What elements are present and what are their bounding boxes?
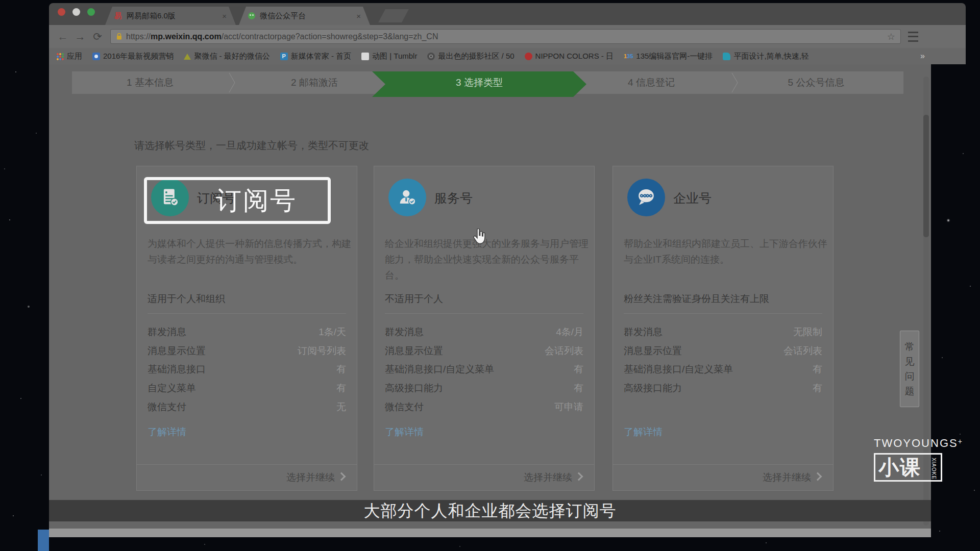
- bookmark-xinmeiti[interactable]: P新媒体管家 - 首页: [280, 52, 351, 61]
- step-separator-icon: [228, 71, 236, 94]
- photo-community-favicon-icon: [427, 53, 435, 60]
- choose-and-continue-button[interactable]: 选择并继续: [374, 464, 594, 490]
- url-domain: mp.weixin.qq.com: [151, 32, 222, 41]
- feature-label: 基础消息接口/自定义菜单: [385, 363, 494, 376]
- faq-tab-label: 常见问题: [904, 339, 915, 398]
- zoom-window-button[interactable]: [87, 8, 95, 16]
- feature-label: 群发消息: [148, 325, 186, 339]
- bookmark-label: 135编辑器官网-一键排: [636, 52, 713, 61]
- close-window-button[interactable]: [58, 8, 65, 16]
- card-title: 企业号: [673, 190, 712, 207]
- channel-watermark: TWOYOUNGS+ 小课 XIAOKE: [874, 437, 961, 482]
- feature-label: 高级接口能力: [624, 382, 682, 395]
- hand-cursor-icon: [472, 229, 486, 245]
- netease-favicon-icon: 易: [114, 11, 122, 21]
- registration-step-bar: 1 基本信息 2 邮箱激活 4 信息登记 5 公众号信息 3 选择类型: [72, 71, 903, 94]
- chevron-right-icon: [814, 472, 822, 481]
- continue-label: 选择并继续: [763, 472, 811, 483]
- choose-and-continue-button[interactable]: 选择并继续: [137, 464, 357, 490]
- feature-label: 群发消息: [385, 325, 424, 339]
- feature-value: 有: [336, 382, 346, 395]
- choose-and-continue-button[interactable]: 选择并继续: [613, 464, 833, 490]
- feature-row: 消息显示位置会话列表: [624, 342, 822, 361]
- learn-more-link[interactable]: 了解详情: [624, 425, 663, 439]
- feature-label: 消息显示位置: [624, 344, 682, 358]
- tab-close-icon[interactable]: ×: [222, 12, 227, 20]
- step-separator-icon: [731, 71, 739, 94]
- card-enterprise-account[interactable]: 企业号 帮助企业和组织内部建立员工、上下游合作伙伴与企业IT系统间的连接。 粉丝…: [612, 166, 834, 491]
- feature-row: 消息显示位置订阅号列表: [148, 342, 346, 361]
- feature-label: 消息显示位置: [385, 344, 443, 358]
- learn-more-link[interactable]: 了解详情: [385, 425, 424, 439]
- bookmark-135-editor[interactable]: 135135编辑器官网-一键排: [624, 52, 713, 61]
- refresh-button[interactable]: ⟳: [89, 31, 106, 43]
- card-service-account[interactable]: 服务号 给企业和组织提供更强大的业务服务与用户管理能力，帮助企业快速实现全新的公…: [374, 166, 595, 491]
- feature-value: 会话列表: [783, 344, 822, 358]
- feature-value: 订阅号列表: [298, 344, 346, 358]
- page-favicon-icon: [361, 53, 369, 60]
- wechat-favicon-icon: [248, 12, 255, 19]
- bookmark-label: 平面设计,简单,快速,轻: [733, 52, 809, 61]
- feature-value: 有: [574, 382, 583, 395]
- card-description: 为媒体和个人提供一种新的信息传播方式，构建与读者之间更好的沟通与管理模式。: [148, 236, 352, 267]
- card-suitability-note: 不适用于个人: [385, 292, 443, 306]
- card-suitability-note: 粉丝关注需验证身份且关注有上限: [624, 292, 769, 306]
- learn-more-link[interactable]: 了解详情: [148, 425, 186, 439]
- tab-close-icon[interactable]: ×: [356, 12, 361, 20]
- tab-netease-mail[interactable]: 易 网易邮箱6.0版 ×: [105, 7, 236, 25]
- bookmark-label: 聚微信 - 最好的微信公: [194, 52, 270, 61]
- bookmark-photo-community[interactable]: 最出色的摄影社区 / 50: [427, 52, 514, 61]
- feature-row: 微信支付无: [148, 397, 346, 416]
- video-overlay-zoom-text: 订阅号: [216, 184, 297, 218]
- page-scrollbar-thumb[interactable]: [923, 115, 929, 237]
- bookmark-graphic-design[interactable]: 平面设计,简单,快速,轻: [723, 52, 809, 61]
- feature-value: 有: [813, 363, 822, 376]
- feature-row: 基础消息接口有: [148, 360, 346, 379]
- faq-side-tab[interactable]: 常见问题: [900, 331, 919, 407]
- feature-value: 会话列表: [545, 344, 583, 358]
- new-tab-button[interactable]: [378, 9, 409, 22]
- divider: [385, 313, 583, 314]
- browser-menu-icon[interactable]: [908, 32, 918, 42]
- feature-row: 高级接口能力有: [624, 379, 822, 398]
- card-suitability-note: 适用于个人和组织: [148, 292, 225, 306]
- feature-value: 有: [574, 363, 583, 376]
- bookmark-nippon-colors[interactable]: NIPPON COLORS - 日: [525, 52, 614, 61]
- bookmark-apps[interactable]: 应用: [56, 52, 82, 61]
- feature-row: 消息显示位置会话列表: [385, 342, 583, 361]
- nippon-colors-favicon-icon: [525, 53, 532, 60]
- tab-title: 网易邮箱6.0版: [127, 11, 176, 21]
- feature-value: 4条/月: [556, 325, 583, 339]
- bookmark-tumblr[interactable]: 动图 | Tumblr: [361, 52, 417, 61]
- step-4-info-registration: 4 信息登记: [628, 71, 675, 94]
- feature-row: 高级接口能力有: [385, 379, 583, 398]
- video-marketing-favicon-icon: [92, 53, 100, 60]
- bookmarks-overflow-chevron-icon[interactable]: »: [920, 52, 925, 61]
- feature-value: 无: [336, 400, 346, 414]
- page-viewport: 1 基本信息 2 邮箱激活 4 信息登记 5 公众号信息 3 选择类型 请选择帐…: [49, 64, 931, 537]
- watermark-logo-text: 小课: [875, 456, 921, 479]
- bookmark-star-icon[interactable]: ☆: [887, 31, 895, 42]
- feature-table: 群发消息1条/天 消息显示位置订阅号列表 基础消息接口有 自定义菜单有 微信支付…: [148, 323, 346, 416]
- chevron-right-icon: [337, 472, 346, 481]
- https-lock-icon: [116, 33, 122, 40]
- tab-wechat-mp[interactable]: 微信公众平台 ×: [239, 7, 370, 25]
- bookmark-label: 2016年最新视频营销: [103, 52, 174, 61]
- continue-label: 选择并继续: [286, 472, 335, 483]
- card-subscription-account[interactable]: 订阅号 订阅号 为媒体和个人提供一种新的信息传播方式，构建与读者之间更好的沟通与…: [136, 166, 357, 491]
- browser-toolbar: ← → ⟳ https://mp.weixin.qq.com/acct/cont…: [49, 25, 966, 48]
- page-intro-text: 请选择帐号类型，一旦成功建立帐号，类型不可更改: [134, 139, 369, 153]
- bookmark-juweixin[interactable]: 聚微信 - 最好的微信公: [184, 52, 270, 61]
- card-title: 服务号: [434, 190, 473, 207]
- watermark-plus-sign: +: [958, 437, 962, 445]
- bookmark-label: NIPPON COLORS - 日: [535, 52, 614, 61]
- address-bar[interactable]: https://mp.weixin.qq.com/acct/contractor…: [110, 29, 901, 44]
- tab-strip: 易 网易邮箱6.0版 × 微信公众平台 ×: [49, 3, 966, 25]
- back-button[interactable]: ←: [54, 31, 71, 43]
- forward-button[interactable]: →: [71, 31, 89, 43]
- desktop-background-stars: [0, 0, 1, 1]
- watermark-side-text: XIAOKE: [931, 458, 937, 480]
- minimize-window-button[interactable]: [72, 8, 80, 16]
- url-protocol: https://: [126, 32, 151, 41]
- bookmark-video-marketing[interactable]: 2016年最新视频营销: [92, 52, 174, 61]
